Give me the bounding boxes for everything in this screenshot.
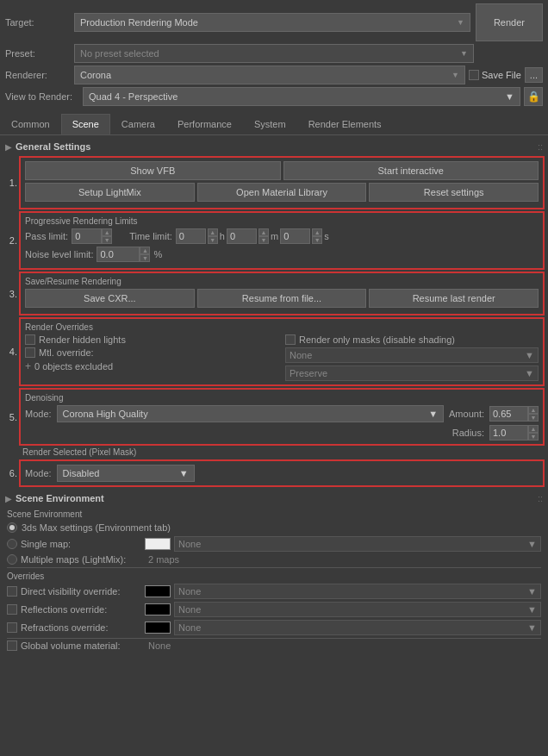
tab-common[interactable]: Common [0, 114, 61, 134]
pass-limit-down[interactable]: ▼ [102, 236, 112, 244]
resume-file-button[interactable]: Resume from file... [197, 289, 367, 308]
render-selected-label-row: Render Selected (Pixel Mask) [3, 447, 545, 457]
section3-number: 3. [3, 272, 19, 316]
direct-visibility-dropdown[interactable]: None ▼ [174, 584, 541, 599]
m-label: m [271, 231, 278, 241]
time-m-up[interactable]: ▲ [258, 228, 269, 236]
view-value: Quad 4 - Perspective [89, 91, 177, 102]
scene-env-header[interactable]: ▶ Scene Environment :: [0, 490, 548, 506]
tab-camera[interactable]: Camera [110, 114, 166, 134]
reset-settings-button[interactable]: Reset settings [369, 183, 539, 202]
view-dropdown[interactable]: Quad 4 - Perspective ▼ [83, 87, 520, 106]
time-s-up[interactable]: ▲ [312, 228, 322, 236]
section4-content: Render Overrides Render hidden lights Mt… [19, 317, 545, 386]
noise-level-input[interactable]: 0.0 [97, 247, 140, 262]
mtl-none-dropdown[interactable]: None ▼ [285, 347, 539, 363]
save-file-checkbox-label[interactable]: Save File [469, 70, 521, 80]
denoising-arrow-icon: ▼ [428, 409, 438, 419]
single-map-swatch[interactable] [145, 538, 171, 550]
amount-input[interactable]: 0.65 [489, 406, 528, 422]
open-material-library-button[interactable]: Open Material Library [197, 183, 367, 202]
tab-scene[interactable]: Scene [61, 114, 110, 134]
lock-icon[interactable]: 🔒 [524, 87, 543, 106]
single-map-dropdown[interactable]: None ▼ [174, 536, 541, 552]
noise-level-label: Noise level limit: [25, 249, 93, 259]
time-m-down[interactable]: ▼ [258, 236, 269, 244]
amount-down[interactable]: ▼ [528, 414, 539, 422]
start-interactive-button[interactable]: Start interactive [283, 161, 539, 180]
max-settings-radio[interactable] [7, 522, 17, 533]
single-map-radio[interactable] [7, 539, 17, 549]
only-masks-checkbox[interactable] [285, 334, 296, 345]
general-settings-header[interactable]: ▶ General Settings :: [0, 139, 548, 154]
save-cxr-button[interactable]: Save CXR... [25, 289, 195, 308]
target-value: Production Rendering Mode [80, 17, 198, 28]
tab-performance[interactable]: Performance [166, 114, 243, 134]
render-selected-mode-value: Disabled [63, 468, 100, 478]
preserve-value: Preserve [290, 368, 327, 378]
multiple-maps-value: 2 maps [145, 554, 179, 565]
render-selected-title: Render Selected (Pixel Mask) [3, 447, 545, 457]
pass-limit-up[interactable]: ▲ [102, 228, 112, 236]
global-volume-none: None [145, 640, 171, 651]
time-m-input[interactable]: 0 [227, 228, 257, 244]
noise-down[interactable]: ▼ [140, 254, 150, 262]
preserve-arrow: ▼ [525, 368, 534, 378]
target-dropdown[interactable]: Production Rendering Mode ▼ [74, 13, 470, 32]
amount-label: Amount: [449, 409, 484, 419]
setup-lightmix-button[interactable]: Setup LightMix [25, 183, 195, 202]
render-button[interactable]: Render [476, 3, 543, 41]
mtl-override-checkbox[interactable] [25, 347, 35, 358]
mtl-override-label: Mtl. override: [39, 347, 94, 358]
multiple-maps-radio[interactable] [7, 554, 17, 565]
preserve-dropdown[interactable]: Preserve ▼ [285, 366, 539, 381]
objects-excluded-label: 0 objects excluded [34, 361, 113, 372]
target-label: Target: [5, 17, 74, 28]
resume-last-button[interactable]: Resume last render [369, 289, 539, 308]
amount-up[interactable]: ▲ [528, 406, 539, 414]
section4-number: 4. [3, 317, 19, 386]
preset-dropdown[interactable]: No preset selected ▼ [74, 44, 474, 63]
single-map-none: None [178, 539, 201, 549]
refractions-dropdown[interactable]: None ▼ [174, 620, 541, 635]
save-file-checkbox[interactable] [469, 70, 479, 80]
direct-visibility-label: Direct visibility override: [21, 586, 141, 597]
tab-system[interactable]: System [243, 114, 297, 134]
hidden-lights-checkbox[interactable] [25, 334, 35, 345]
pass-limit-row: Pass limit: 0 ▲ ▼ Time limit: 0 [25, 228, 539, 244]
radius-up[interactable]: ▲ [528, 425, 539, 433]
time-s-down[interactable]: ▼ [312, 236, 322, 244]
section1-content: Show VFB Start interactive Setup LightMi… [19, 156, 545, 209]
section1-wrapper: 1. Show VFB Start interactive Setup Ligh… [3, 156, 545, 209]
denoising-mode-dropdown[interactable]: Corona High Quality ▼ [57, 405, 444, 422]
refractions-checkbox[interactable] [7, 622, 17, 633]
save-resume-title: Save/Resume Rendering [25, 277, 539, 286]
time-h-up[interactable]: ▲ [208, 228, 218, 236]
direct-visibility-checkbox[interactable] [7, 586, 17, 597]
radius-down[interactable]: ▼ [528, 433, 539, 440]
reflections-dropdown[interactable]: None ▼ [174, 602, 541, 617]
show-vfb-button[interactable]: Show VFB [25, 161, 281, 180]
refractions-swatch[interactable] [145, 622, 171, 634]
more-options-button[interactable]: ... [525, 67, 543, 83]
render-selected-mode-label: Mode: [25, 468, 52, 478]
reflections-label: Reflections override: [21, 604, 141, 615]
direct-visibility-swatch[interactable] [145, 585, 171, 597]
time-h-down[interactable]: ▼ [208, 236, 218, 244]
radius-input[interactable]: 1.0 [489, 425, 528, 440]
scene-env-title: Scene Environment [16, 493, 104, 503]
direct-visibility-row: Direct visibility override: None ▼ [7, 584, 541, 599]
tab-render-elements[interactable]: Render Elements [297, 114, 393, 134]
noise-up[interactable]: ▲ [140, 247, 150, 254]
pass-limit-input[interactable]: 0 [72, 228, 102, 244]
global-volume-checkbox[interactable] [7, 640, 17, 651]
reflections-swatch[interactable] [145, 603, 171, 615]
reflections-checkbox[interactable] [7, 604, 17, 615]
section6-wrapper: 6. Mode: Disabled ▼ [3, 459, 545, 487]
direct-visibility-arrow: ▼ [527, 586, 537, 597]
plus-icon[interactable]: + [25, 360, 31, 372]
time-s-input[interactable]: 0 [280, 228, 310, 244]
renderer-dropdown[interactable]: Corona ▼ [74, 66, 465, 84]
render-selected-mode-dropdown[interactable]: Disabled ▼ [57, 465, 195, 482]
time-h-input[interactable]: 0 [176, 228, 206, 244]
